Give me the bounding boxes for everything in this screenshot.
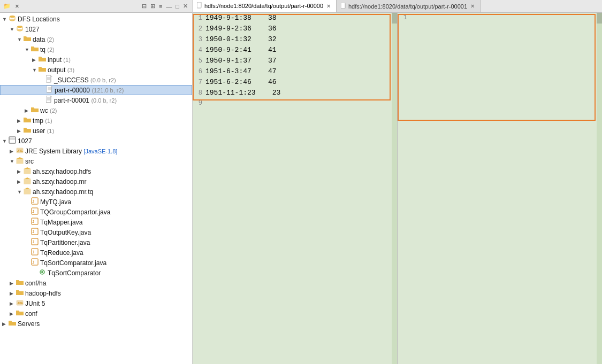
tab-close-1[interactable]: ✕ <box>469 3 476 9</box>
tree-toggle-conf[interactable]: ▶ <box>10 311 16 316</box>
tree-toggle-jre[interactable]: ▶ <box>10 149 16 154</box>
tree-item-1027-project[interactable]: ▼1027 <box>0 136 192 146</box>
editor-content-2[interactable]: 1 <box>398 13 602 364</box>
minimize-icon[interactable]: — <box>165 3 173 10</box>
tree-item-tqreduce[interactable]: JTqReduce.java <box>0 247 192 258</box>
tree-label-tmp-1: tmp (1) <box>33 117 52 125</box>
tree-toggle-servers[interactable]: ▶ <box>2 321 9 327</box>
tree-label-tq-2: tq (2) <box>40 46 55 53</box>
selection-box-2 <box>398 14 596 121</box>
scrollbar-1[interactable] <box>392 13 397 364</box>
tree-item-tmp-1[interactable]: ▶tmp (1) <box>0 115 192 126</box>
tree-item-ah-mr[interactable]: ▶ah.szxy.hadoop.mr <box>0 176 192 187</box>
tree-icon-ah-mr-tq <box>24 187 31 196</box>
editor-tab-1[interactable]: hdfs://node1:8020/data/tq/output/part-r-… <box>337 0 481 12</box>
tree-toggle-1027-dfs[interactable]: ▼ <box>10 27 16 32</box>
tree-item-tqpartitioner[interactable]: JTqPartitioner.java <box>0 237 192 247</box>
line-number-2: 2 <box>195 25 202 33</box>
tree-label-ah-mr: ah.szxy.hadoop.mr <box>33 178 87 185</box>
tree-toggle-wc-2[interactable]: ▶ <box>25 108 31 113</box>
panel-header: 📁 ✕ ⊟ ⊞ ≡ — □ ✕ <box>0 0 192 13</box>
tree-label-1027-dfs: 1027 <box>25 26 40 33</box>
tree-item-ah-mr-tq[interactable]: ▼ah.szxy.hadoop.mr.tq <box>0 187 192 197</box>
tree-toggle-ah-mr[interactable]: ▶ <box>17 179 24 184</box>
tree-toggle-1027-project[interactable]: ▼ <box>2 138 9 144</box>
tree-toggle-tq-2[interactable]: ▼ <box>25 47 31 52</box>
tree-item-tqoutputkey[interactable]: JTqOutputKey.java <box>0 227 192 237</box>
tree-label-tqmapper: TqMapper.java <box>40 219 82 226</box>
line-number-1: 1 <box>195 14 202 22</box>
tree-item-junit5[interactable]: ▶JREJUnit 5 <box>0 298 192 308</box>
link-with-editor-icon[interactable]: ≡ <box>158 3 163 10</box>
scroll-thumb-1[interactable] <box>392 13 397 24</box>
scroll-thumb-2[interactable] <box>597 13 602 24</box>
tree-icon-part-r-00000 <box>47 86 53 95</box>
tree-item-output-3[interactable]: ▼output (3) <box>0 65 192 75</box>
line-number-5: 5 <box>195 57 202 65</box>
tree-toggle-input-1[interactable]: ▶ <box>32 57 39 63</box>
scrollbar-2[interactable] <box>597 13 602 364</box>
tree-label-dfs-locations: DFS Locations <box>18 16 60 23</box>
line-text-7: 1951-6-2:46 46 <box>205 78 277 86</box>
tree-item-input-1[interactable]: ▶input (1) <box>0 55 192 65</box>
tree-item-1027-dfs[interactable]: ▼1027 <box>0 24 192 34</box>
tree-item-mytq[interactable]: JMyTQ.java <box>0 197 192 207</box>
tree-item-jre[interactable]: ▶JREJRE System Library [JavaSE-1.8] <box>0 146 192 156</box>
editor-tab-0[interactable]: hdfs://node1:8020/data/tq/output/part-r-… <box>193 0 337 12</box>
tree-toggle-junit5[interactable]: ▶ <box>10 301 16 306</box>
tree-item-success[interactable]: _SUCCESS (0.0 b, r2) <box>0 75 192 85</box>
tree-item-tqsortcomparator-java[interactable]: JTqSortComparator.java <box>0 258 192 268</box>
svg-point-2 <box>17 26 22 28</box>
tree-item-ah-hdfs[interactable]: ▶ah.szxy.hadoop.hdfs <box>0 166 192 176</box>
line-4: 41950-9-2:41 41 <box>193 46 397 57</box>
tree-label-tqreduce: TqReduce.java <box>40 249 83 257</box>
tree-item-tqmapper[interactable]: JTqMapper.java <box>0 217 192 227</box>
tree-item-hadoop-hdfs[interactable]: ▶hadoop-hdfs <box>0 288 192 298</box>
tree-label-wc-2: wc (2) <box>40 107 57 114</box>
tree-toggle-tmp-1[interactable]: ▶ <box>17 118 24 123</box>
tree-icon-data-2 <box>24 35 31 43</box>
tree-item-conf[interactable]: ▶conf <box>0 308 192 319</box>
tree-item-tqgroup[interactable]: JTQGroupCompartor.java <box>0 207 192 217</box>
tree-toggle-data-2[interactable]: ▼ <box>17 37 24 42</box>
line-text-8: 1951-11-1:23 23 <box>205 89 280 97</box>
tree-icon-servers <box>9 320 16 328</box>
line-text-1: 1949-9-1:38 38 <box>205 14 277 22</box>
svg-marker-52 <box>345 3 346 4</box>
tree-item-wc-2[interactable]: ▶wc (2) <box>0 105 192 115</box>
tree-toggle-dfs-locations[interactable]: ▼ <box>2 17 9 22</box>
tree-item-user-1[interactable]: ▶user (1) <box>0 126 192 136</box>
tree-label-tqoutputkey: TqOutputKey.java <box>40 229 91 236</box>
tree-label-jre: JRE System Library [JavaSE-1.8] <box>25 148 117 155</box>
line-5: 51950-9-1:37 37 <box>193 57 397 67</box>
tree-toggle-user-1[interactable]: ▶ <box>17 128 24 134</box>
tree-item-data-2[interactable]: ▼data (2) <box>0 34 192 44</box>
maximize-icon[interactable]: □ <box>174 3 180 10</box>
tree-item-dfs-locations[interactable]: ▼DFS Locations <box>0 14 192 24</box>
collapse-all-icon[interactable]: ⊟ <box>141 2 148 10</box>
svg-text:J: J <box>32 260 34 265</box>
tree-toggle-ah-mr-tq[interactable]: ▼ <box>17 189 24 195</box>
svg-text:J: J <box>32 230 34 234</box>
tree-item-part-r-00000[interactable]: part-r-00000 (121.0 b, r2) <box>0 85 192 95</box>
tree-toggle-conf-ha[interactable]: ▶ <box>10 281 16 286</box>
editor-content-1[interactable]: 11949-9-1:38 3821949-9-2:36 3631950-0-1:… <box>193 13 397 364</box>
tree-toggle-src[interactable]: ▼ <box>10 159 16 164</box>
tree-item-src[interactable]: ▼src <box>0 156 192 166</box>
tree-item-tqsortcomparator-class[interactable]: TqSortComparator <box>0 268 192 278</box>
tree-item-conf-ha[interactable]: ▶conf/ha <box>0 278 192 288</box>
panel-close-x[interactable]: ✕ <box>15 4 19 9</box>
tab-close-0[interactable]: ✕ <box>325 3 332 9</box>
tree-label-tqpartitioner: TqPartitioner.java <box>40 239 90 246</box>
tree-item-tq-2[interactable]: ▼tq (2) <box>0 44 192 55</box>
tree-item-servers[interactable]: ▶Servers <box>0 319 192 329</box>
line-6: 61951-6-3:47 47 <box>193 67 397 78</box>
tree-icon-input-1 <box>39 56 46 64</box>
tree-item-part-r-00001[interactable]: part-r-00001 (0.0 b, r2) <box>0 95 192 105</box>
close-icon[interactable]: ✕ <box>182 2 189 10</box>
tree-toggle-hadoop-hdfs[interactable]: ▶ <box>10 291 16 296</box>
expand-all-icon[interactable]: ⊞ <box>149 2 156 10</box>
tree-toggle-ah-hdfs[interactable]: ▶ <box>17 169 24 174</box>
tree-toggle-output-3[interactable]: ▼ <box>32 67 39 73</box>
svg-rect-19 <box>9 137 16 143</box>
